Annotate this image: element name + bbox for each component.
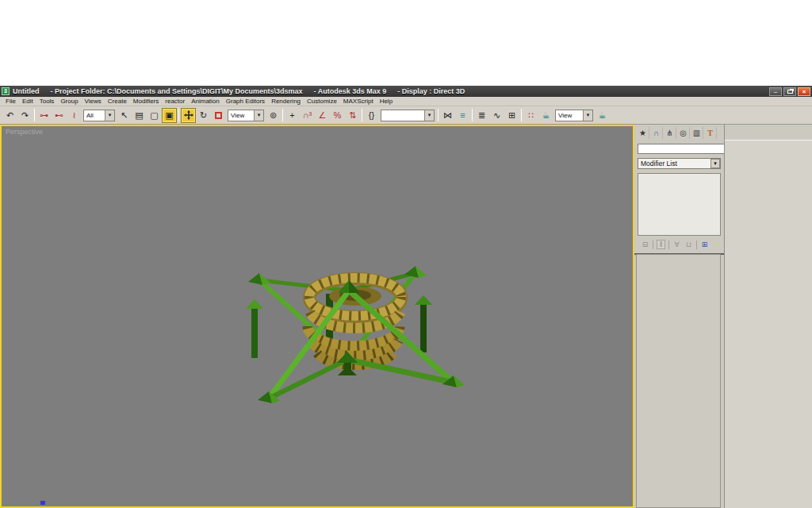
toolbar-separator xyxy=(34,109,35,121)
undo-icon: ↶ xyxy=(6,110,13,121)
use-pivot-center-button[interactable]: ⊚ xyxy=(266,108,281,123)
align-icon: ≡ xyxy=(460,110,465,120)
select-and-move-button[interactable] xyxy=(181,108,196,123)
menu-animation[interactable]: Animation xyxy=(188,98,223,105)
chevron-down-icon[interactable]: ▾ xyxy=(710,159,720,168)
frame-post xyxy=(251,306,258,358)
configure-modifier-sets-button[interactable]: ⊞ xyxy=(700,241,709,248)
tab-modify[interactable]: ∩ xyxy=(650,127,663,139)
window-crossing-toggle[interactable]: ▣ xyxy=(162,108,177,123)
divider xyxy=(653,241,653,249)
menu-modifiers[interactable]: Modifiers xyxy=(130,98,162,105)
menu-file[interactable]: File xyxy=(2,98,19,105)
reference-coordinate-combo[interactable]: View ▾ xyxy=(228,110,264,121)
chevron-down-icon[interactable]: ▾ xyxy=(583,110,592,121)
main-toolbar: ↶ ↷ ⊶ ⊷ ≀ All ▾ ↖ ▤ ▢ ▣ ↻ View xyxy=(0,106,812,125)
bind-to-spacewarp-button[interactable]: ≀ xyxy=(67,108,82,123)
curve-editor-icon: ∿ xyxy=(493,110,500,121)
object-name-field[interactable] xyxy=(638,144,730,154)
menu-help[interactable]: Help xyxy=(377,98,396,105)
redo-button[interactable]: ↷ xyxy=(17,108,33,123)
select-object-button[interactable]: ↖ xyxy=(117,108,132,123)
chevron-down-icon[interactable]: ▾ xyxy=(105,110,114,121)
menu-reactor[interactable]: reactor xyxy=(162,98,188,105)
layer-manager-button[interactable]: ≣ xyxy=(474,108,489,123)
quick-render-button[interactable]: ☕ xyxy=(595,108,610,123)
named-selection-sets-button[interactable]: {} xyxy=(364,108,379,123)
menu-group[interactable]: Group xyxy=(57,98,81,105)
tab-utilities[interactable]: T xyxy=(704,127,717,139)
tab-hierarchy[interactable]: ⋔ xyxy=(664,127,676,139)
show-end-result-button[interactable]: ‖ xyxy=(657,240,665,249)
rect-selection-region-icon: ▢ xyxy=(150,110,158,121)
tab-create[interactable]: ★ xyxy=(637,127,649,139)
render-setup-button[interactable]: ☕ xyxy=(538,108,553,123)
schematic-view-icon: ⊞ xyxy=(508,110,515,121)
chevron-down-icon[interactable]: ▾ xyxy=(424,110,434,121)
tab-motion[interactable]: ◎ xyxy=(677,127,690,139)
menu-customize[interactable]: Customize xyxy=(304,98,340,105)
window-crossing-icon: ▣ xyxy=(165,110,173,121)
menu-bar: File Edit Tools Group Views Create Modif… xyxy=(0,97,812,106)
3d-scene[interactable] xyxy=(2,126,633,506)
render-type-combo[interactable]: View ▾ xyxy=(555,110,593,121)
title-bar[interactable]: 3 Untitled - Project Folder: C:\Document… xyxy=(0,86,812,97)
remove-modifier-button[interactable]: ⊔ xyxy=(684,241,693,248)
select-object-icon: ↖ xyxy=(121,110,128,121)
rect-selection-region-button[interactable]: ▢ xyxy=(147,108,162,123)
select-by-name-button[interactable]: ▤ xyxy=(132,108,147,123)
tab-display[interactable]: ▥ xyxy=(691,127,703,139)
schematic-view-button[interactable]: ⊞ xyxy=(504,108,519,123)
pin-stack-button[interactable]: ⊟ xyxy=(641,241,649,248)
undo-button[interactable]: ↶ xyxy=(2,108,17,123)
rollout-area[interactable] xyxy=(636,254,721,508)
menu-views[interactable]: Views xyxy=(82,98,105,105)
snap-toggle-3d-button[interactable]: ∩³ xyxy=(300,108,315,123)
material-editor-button[interactable]: ∷ xyxy=(523,108,538,123)
mirror-button[interactable]: ⋈ xyxy=(440,108,455,123)
modifier-list-dropdown[interactable]: Modifier List ▾ xyxy=(638,158,721,169)
menu-edit[interactable]: Edit xyxy=(19,98,36,105)
align-button[interactable]: ≡ xyxy=(455,108,470,123)
select-and-manipulate-button[interactable]: + xyxy=(285,108,300,123)
divider xyxy=(696,241,697,249)
window-controls: – × xyxy=(769,87,810,96)
curve-editor-button[interactable]: ∿ xyxy=(489,108,504,123)
spinner-snap-button[interactable]: ⇅ xyxy=(345,108,360,123)
select-and-scale-button[interactable] xyxy=(211,108,226,123)
minimize-button[interactable]: – xyxy=(769,87,782,96)
toolbar-separator xyxy=(362,109,362,121)
modifier-stack-buttons: ⊟ ‖ ∀ ⊔ ⊞ xyxy=(638,239,721,250)
menu-tools[interactable]: Tools xyxy=(36,98,58,105)
menu-rendering[interactable]: Rendering xyxy=(268,98,304,105)
select-and-link-button[interactable]: ⊶ xyxy=(36,108,52,123)
menu-maxscript[interactable]: MAXScript xyxy=(340,98,377,105)
title-project-folder: - Project Folder: C:\Documents and Setti… xyxy=(51,87,303,95)
render-type-value: View xyxy=(558,112,572,119)
angle-snap-button[interactable]: ∠ xyxy=(315,108,330,123)
selection-filter-combo[interactable]: All ▾ xyxy=(83,110,115,121)
layers-icon: ≣ xyxy=(478,110,485,121)
close-button[interactable]: × xyxy=(798,87,810,96)
make-unique-button[interactable]: ∀ xyxy=(672,241,681,248)
divider xyxy=(668,241,669,249)
chevron-down-icon[interactable]: ▾ xyxy=(254,110,263,121)
modifier-stack-list[interactable] xyxy=(638,173,721,236)
select-and-manipulate-icon: + xyxy=(289,110,294,120)
toolbar-separator xyxy=(521,109,522,121)
unlink-selection-icon: ⊷ xyxy=(55,110,63,121)
viewport-label[interactable]: Perspective xyxy=(6,128,43,136)
menu-create[interactable]: Create xyxy=(105,98,130,105)
app-icon: 3 xyxy=(2,87,10,95)
menu-graph-editors[interactable]: Graph Editors xyxy=(223,98,268,105)
use-pivot-center-icon: ⊚ xyxy=(270,110,277,121)
select-and-rotate-button[interactable]: ↻ xyxy=(196,108,211,123)
move-icon xyxy=(184,110,193,120)
material-editor-icon: ∷ xyxy=(528,110,534,121)
perspective-viewport[interactable]: Perspective xyxy=(0,125,634,508)
unlink-selection-button[interactable]: ⊷ xyxy=(52,108,67,123)
named-selection-combo[interactable]: ▾ xyxy=(381,110,435,121)
frame-cap xyxy=(415,295,432,305)
restore-button[interactable] xyxy=(783,87,796,96)
percent-snap-button[interactable]: % xyxy=(330,108,345,123)
